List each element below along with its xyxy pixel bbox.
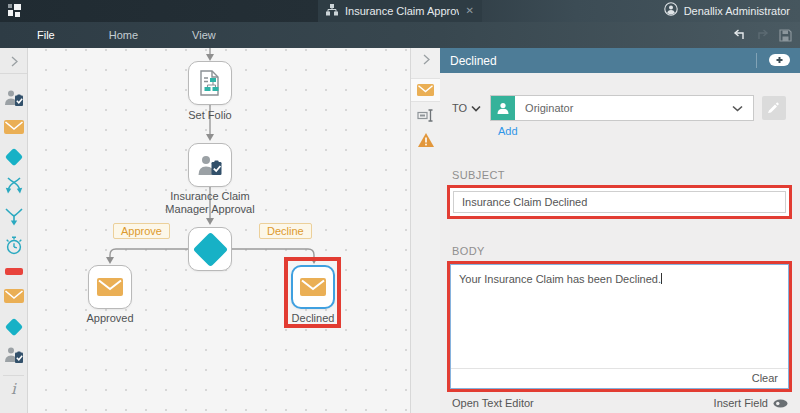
step-insurance-claim-manager-approval[interactable]	[188, 143, 232, 187]
properties-panel: Declined TO Originator	[440, 48, 800, 413]
user-avatar-icon	[664, 2, 678, 20]
undo-icon[interactable]	[733, 29, 746, 41]
toolbox-user-task2-icon[interactable]	[4, 346, 24, 364]
user-name: Denallix Administrator	[684, 5, 790, 17]
step-declined-email[interactable]	[291, 265, 335, 309]
panel-tab-text-properties-icon[interactable]	[411, 108, 440, 123]
user-menu[interactable]: Denallix Administrator	[664, 0, 790, 22]
toolbox-info-icon[interactable]: i	[11, 380, 16, 398]
panel-header: Declined	[440, 48, 800, 73]
ribbon-tabs: File Home View	[10, 29, 243, 41]
panel-collapse-chevron-icon[interactable]	[411, 53, 440, 66]
ribbon-tab-file[interactable]: File	[10, 29, 82, 41]
email-icon	[97, 278, 123, 296]
to-row: TO Originator	[452, 95, 786, 121]
step-label: Declined	[273, 312, 353, 325]
set-folio-icon	[197, 69, 223, 97]
panel-footer: Open Text Editor Insert Field	[440, 392, 800, 409]
ribbon-actions	[733, 29, 792, 42]
save-icon[interactable]	[779, 29, 792, 42]
ribbon: File Home View	[0, 22, 800, 48]
email-icon	[300, 278, 326, 296]
toolbox-expand-chevron-icon[interactable]	[0, 54, 27, 74]
main-area: i	[0, 48, 800, 413]
body-textarea[interactable]: Your Insurance Claim has been Declined.	[451, 265, 788, 368]
branch-label-approve[interactable]: Approve	[113, 223, 170, 239]
recipient-dropdown[interactable]: Originator	[490, 95, 754, 121]
body-text-value: Your Insurance Claim has been Declined.	[459, 273, 661, 285]
toolbox-user-task-icon[interactable]	[4, 89, 24, 107]
clear-link[interactable]: Clear	[752, 372, 778, 384]
step-decision[interactable]	[188, 227, 232, 271]
panel-toggle-pill-icon[interactable]	[769, 52, 790, 70]
ribbon-tab-home[interactable]: Home	[82, 29, 165, 41]
workflow-tab-title: Insurance Claim Approval ...	[345, 5, 459, 17]
recipient-value: Originator	[525, 102, 732, 114]
text-caret	[661, 273, 662, 284]
panel-tab-warnings-icon[interactable]	[411, 132, 440, 148]
ribbon-tab-view[interactable]: View	[165, 29, 243, 41]
toolbox-separator	[3, 375, 24, 376]
panel-tab-strip	[410, 48, 440, 413]
highlight-body-field: Your Insurance Claim has been Declined. …	[447, 261, 792, 392]
panel-title: Declined	[450, 54, 756, 68]
highlight-subject-field	[447, 185, 792, 219]
recipient-avatar-icon	[491, 96, 515, 120]
k2-designer-window: Insurance Claim Approval ... ✕ Denallix …	[0, 0, 800, 413]
redo-icon[interactable]	[756, 29, 769, 41]
insert-field-link[interactable]: Insert Field	[714, 397, 788, 409]
step-toolbox: i	[0, 48, 28, 413]
insert-field-pill-icon	[773, 399, 788, 408]
toolbox-email-icon[interactable]	[4, 120, 24, 134]
user-task-icon	[197, 154, 223, 177]
to-label: TO	[452, 102, 467, 114]
add-recipient-link[interactable]: Add	[498, 125, 528, 137]
step-label: Set Folio	[170, 109, 250, 122]
header-divider	[756, 53, 757, 68]
panel-tab-email[interactable]	[411, 78, 440, 102]
toolbox-email2-icon[interactable]	[4, 289, 24, 303]
clear-row: Clear	[451, 368, 788, 388]
toolbox-decision-icon[interactable]	[3, 146, 25, 168]
body-label: BODY	[452, 245, 800, 257]
subject-input[interactable]	[453, 191, 786, 213]
toolbox-merge-paths-icon[interactable]	[4, 208, 24, 226]
dropdown-chevron-icon	[732, 105, 743, 112]
step-label: Insurance Claim Manager Approval	[158, 190, 262, 216]
toolbox-split-paths-icon[interactable]	[4, 177, 24, 195]
tab-close-icon[interactable]: ✕	[466, 6, 474, 16]
edit-recipient-button[interactable]	[762, 96, 786, 120]
workflow-tab[interactable]: Insurance Claim Approval ... ✕	[318, 0, 482, 22]
toolbox-timer-icon[interactable]	[4, 236, 23, 255]
app-logo-icon[interactable]	[8, 4, 22, 18]
step-set-folio[interactable]	[188, 61, 232, 105]
insert-field-label: Insert Field	[714, 397, 768, 409]
panel-content: TO Originator	[440, 73, 800, 413]
toolbox-decision2-icon[interactable]	[3, 316, 25, 338]
body-editor: Your Insurance Claim has been Declined. …	[450, 264, 789, 389]
subject-label: SUBJECT	[452, 169, 800, 181]
workflow-canvas[interactable]: Set Folio Insurance Claim Manager Approv…	[28, 48, 410, 413]
decision-icon	[192, 231, 227, 266]
toolbox-placeholder-bar-icon[interactable]	[5, 268, 23, 275]
step-label: Approved	[70, 312, 150, 325]
title-bar: Insurance Claim Approval ... ✕ Denallix …	[0, 0, 800, 22]
open-text-editor-link[interactable]: Open Text Editor	[452, 397, 534, 409]
workflow-icon	[326, 2, 338, 20]
to-chevron-down-icon[interactable]	[471, 105, 481, 112]
branch-label-decline[interactable]: Decline	[259, 223, 312, 239]
step-approved-email[interactable]	[88, 265, 132, 309]
